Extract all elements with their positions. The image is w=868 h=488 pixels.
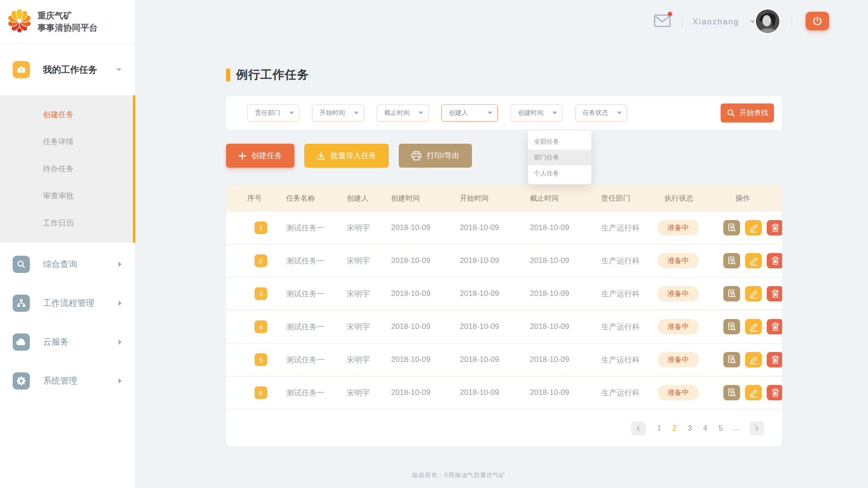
delete-button[interactable]	[767, 352, 782, 367]
chevron-down-icon	[617, 112, 622, 114]
page-number[interactable]: 4	[701, 424, 710, 432]
logout-power-button[interactable]	[806, 12, 829, 30]
view-detail-button[interactable]	[723, 253, 740, 268]
sidebar-subitem[interactable]: 任务详情	[0, 128, 135, 155]
gear-icon	[13, 372, 30, 389]
sidebar-subitem[interactable]: 审查审批	[0, 183, 135, 210]
view-detail-icon	[727, 256, 737, 266]
chevron-left-icon	[635, 425, 642, 432]
view-detail-button[interactable]	[723, 352, 740, 367]
sitemap-icon	[13, 295, 30, 312]
filter-select[interactable]: 创建人	[441, 104, 498, 122]
search-button[interactable]: 开始查找	[721, 103, 774, 122]
sidebar-item-label: 我的工作任务	[43, 64, 97, 76]
sidebar-subitem[interactable]: 待办任务	[0, 155, 135, 183]
chevron-down-icon	[354, 112, 359, 114]
sidebar-subitem-label: 工作日历	[43, 219, 74, 227]
edit-button[interactable]	[745, 253, 762, 268]
search-icon	[726, 108, 736, 117]
sidebar-item-cloud[interactable]: 云服务	[0, 323, 135, 361]
edit-button[interactable]	[745, 352, 762, 367]
view-detail-icon	[727, 322, 737, 332]
sidebar-group-label: 综合查询	[43, 258, 77, 270]
chevron-right-icon	[118, 262, 122, 267]
dropdown-option-label: 个人任务	[534, 169, 559, 177]
view-detail-button[interactable]	[723, 220, 740, 235]
delete-button[interactable]	[767, 319, 782, 334]
print-export-button[interactable]: 打印/导出	[399, 144, 472, 168]
sidebar-subitem[interactable]: 工作日历	[0, 210, 135, 237]
dropdown-option[interactable]: 部门任务	[528, 150, 591, 165]
create-task-button[interactable]: 创建任务	[226, 144, 294, 168]
sidebar-item-workflow[interactable]: 工作流程管理	[0, 284, 135, 323]
edit-pencil-icon	[749, 388, 759, 398]
creator-cell: 宋明宇	[347, 388, 391, 398]
created-date-cell: 2018-10-09	[391, 388, 460, 397]
sidebar-subitem[interactable]: 创建任务	[0, 101, 135, 128]
start-date-cell: 2018-10-09	[460, 256, 530, 265]
filter-select-label: 开始时间	[320, 109, 345, 117]
start-date-cell: 2018-10-09	[460, 355, 530, 364]
edit-button[interactable]	[745, 220, 762, 235]
sidebar-item-my-tasks[interactable]: 我的工作任务	[0, 44, 135, 95]
edit-pencil-icon	[749, 223, 759, 233]
sidebar-item-system[interactable]: 系统管理	[0, 361, 135, 400]
edit-button[interactable]	[745, 319, 762, 334]
table-row: 1 测试任务一 宋明宇 2018-10-09 2018-10-09 2018-1…	[226, 211, 782, 244]
page-number[interactable]: 3	[685, 424, 694, 432]
next-page-button[interactable]	[750, 421, 764, 436]
sidebar-subitem-label: 创建任务	[43, 110, 74, 119]
dropdown-option[interactable]: 个人任务	[528, 165, 591, 181]
sidebar-subitem-label: 审查审批	[43, 192, 74, 200]
row-actions	[723, 319, 782, 334]
creator-cell: 宋明宇	[347, 322, 391, 332]
filter-select[interactable]: 开始时间	[312, 104, 364, 122]
delete-trash-icon	[771, 289, 780, 299]
task-type-dropdown: 全部任务 部门任务 个人任务	[528, 131, 591, 184]
main-content: 例行工作任务 责任部门 开始时间 截止时间 创建人 创建时	[226, 0, 782, 488]
filter-select[interactable]: 责任部门	[247, 104, 299, 122]
filter-select[interactable]: 任务状态	[575, 104, 627, 122]
filter-select-label: 任务状态	[583, 109, 608, 117]
batch-import-button[interactable]: 批量导入任务	[304, 144, 389, 168]
dropdown-option-label: 部门任务	[534, 154, 559, 161]
prev-page-button[interactable]	[631, 421, 646, 436]
search-button-label: 开始查找	[740, 108, 769, 118]
delete-button[interactable]	[767, 220, 782, 235]
edit-pencil-icon	[749, 355, 759, 365]
view-detail-icon	[727, 355, 737, 365]
filter-select-label: 责任部门	[255, 109, 280, 117]
page-number[interactable]: …	[731, 424, 741, 432]
dept-cell: 生产运行科	[601, 223, 665, 233]
row-actions	[723, 385, 782, 400]
page-number[interactable]: 1	[655, 424, 664, 432]
view-detail-button[interactable]	[723, 385, 740, 400]
row-actions	[723, 352, 782, 367]
sidebar-item-query[interactable]: 综合查询	[0, 245, 135, 284]
dropdown-option-label: 全部任务	[534, 138, 559, 145]
task-name-cell: 测试任务一	[286, 223, 347, 233]
filter-select[interactable]: 截止时间	[377, 104, 429, 122]
plus-icon	[238, 152, 246, 160]
filter-select[interactable]: 创建时间	[510, 104, 562, 122]
delete-button[interactable]	[767, 385, 782, 400]
dropdown-option[interactable]: 全部任务	[528, 134, 591, 150]
page-number[interactable]: 5	[716, 424, 725, 432]
edit-button[interactable]	[745, 286, 762, 301]
row-actions	[723, 253, 782, 268]
sidebar-group-label: 云服务	[43, 336, 69, 348]
view-detail-button[interactable]	[723, 286, 740, 301]
brand-block: 重庆气矿 事事清协同平台	[0, 0, 135, 44]
page-number[interactable]: 2	[670, 424, 679, 432]
end-date-cell: 2018-10-09	[530, 289, 601, 298]
dept-cell: 生产运行科	[601, 388, 665, 398]
view-detail-button[interactable]	[723, 319, 740, 334]
task-name-cell: 测试任务一	[286, 289, 347, 299]
chevron-right-icon	[754, 425, 760, 432]
created-date-cell: 2018-10-09	[391, 256, 460, 265]
delete-button[interactable]	[767, 253, 782, 268]
sidebar-group-label: 工作流程管理	[43, 297, 94, 309]
delete-button[interactable]	[767, 286, 782, 301]
edit-button[interactable]	[745, 385, 762, 400]
chevron-down-icon	[116, 68, 122, 71]
